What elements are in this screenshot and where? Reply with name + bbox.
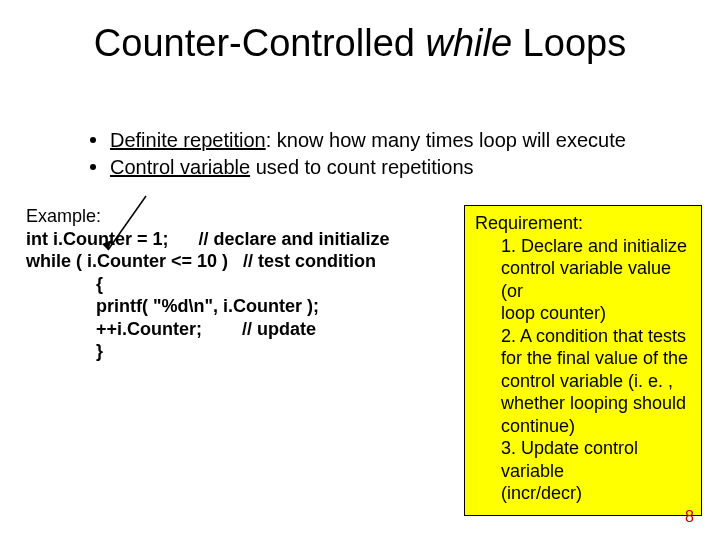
req-3a: 3. Update control variable bbox=[475, 437, 691, 482]
bullet-1-term: Definite repetition bbox=[110, 129, 266, 151]
req-2a: 2. A condition that tests bbox=[475, 325, 691, 348]
code-line-1: int i.Counter = 1; // declare and initia… bbox=[26, 228, 446, 251]
bullet-2-rest: used to count repetitions bbox=[250, 156, 473, 178]
title-italic: while bbox=[425, 22, 512, 64]
req-1c: loop counter) bbox=[475, 302, 691, 325]
req-2e: continue) bbox=[475, 415, 691, 438]
code-line-2: while ( i.Counter <= 10 ) // test condit… bbox=[26, 250, 446, 273]
requirement-box: Requirement: 1. Declare and initialize c… bbox=[464, 205, 702, 516]
slide: Counter-Controlled while Loops Definite … bbox=[0, 0, 720, 540]
code-line-3: { bbox=[26, 273, 446, 296]
code-comment-3: // update bbox=[242, 319, 316, 339]
bullet-dot-icon bbox=[90, 137, 96, 143]
code-line-6: } bbox=[26, 340, 446, 363]
content-row: Example: int i.Counter = 1; // declare a… bbox=[0, 205, 720, 516]
requirement-heading: Requirement: bbox=[475, 212, 691, 235]
bullet-2-term: Control variable bbox=[110, 156, 250, 178]
req-1a: 1. Declare and initialize bbox=[475, 235, 691, 258]
bullet-2: Control variable used to count repetitio… bbox=[90, 154, 720, 181]
example-heading: Example: bbox=[26, 205, 446, 228]
bullet-list: Definite repetition: know how many times… bbox=[90, 127, 720, 181]
req-1b: control variable value (or bbox=[475, 257, 691, 302]
code-comment-1: // declare and initialize bbox=[199, 229, 390, 249]
req-2b: for the final value of the bbox=[475, 347, 691, 370]
title-pre: Counter-Controlled bbox=[94, 22, 426, 64]
title-post: Loops bbox=[512, 22, 626, 64]
bullet-1-rest: : know how many times loop will execute bbox=[266, 129, 626, 151]
slide-title: Counter-Controlled while Loops bbox=[0, 0, 720, 65]
bullet-dot-icon bbox=[90, 164, 96, 170]
code-decl: int i.Counter = 1; bbox=[26, 229, 169, 249]
bullet-2-text: Control variable used to count repetitio… bbox=[110, 154, 474, 181]
bullet-1: Definite repetition: know how many times… bbox=[90, 127, 720, 154]
code-incr: ++i.Counter; bbox=[96, 319, 202, 339]
req-2d: whether looping should bbox=[475, 392, 691, 415]
code-line-4: printf( "%d\n", i.Counter ); bbox=[26, 295, 446, 318]
code-line-5: ++i.Counter; // update bbox=[26, 318, 446, 341]
code-while: while ( i.Counter <= 10 ) bbox=[26, 251, 228, 271]
example-block: Example: int i.Counter = 1; // declare a… bbox=[26, 205, 446, 363]
code-comment-2: // test condition bbox=[243, 251, 376, 271]
page-number: 8 bbox=[685, 508, 694, 526]
bullet-1-text: Definite repetition: know how many times… bbox=[110, 127, 626, 154]
req-2c: control variable (i. e. , bbox=[475, 370, 691, 393]
req-3b: (incr/decr) bbox=[475, 482, 691, 505]
